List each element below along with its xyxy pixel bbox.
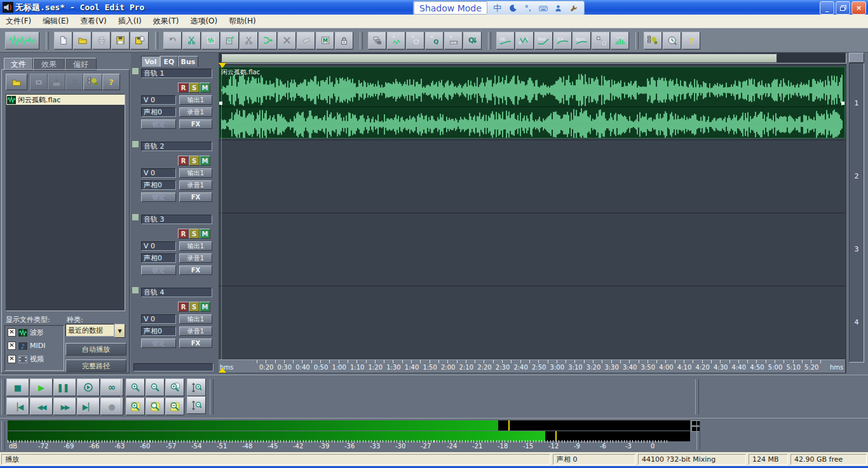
close-file-button[interactable] [30,74,48,90]
mute-button[interactable]: M [200,83,210,93]
menu-item[interactable]: 效果(T) [147,15,185,28]
convert-unique-copy-button[interactable]: M [316,32,334,50]
track-fx-button[interactable]: FX [179,265,212,275]
ime-user-icon[interactable] [552,3,565,14]
help-button[interactable]: ? [682,32,700,50]
track-select-indicator[interactable] [132,68,139,74]
menu-item[interactable]: 选项(O) [184,15,223,28]
full-path-button[interactable]: 完整路径 [65,359,126,372]
track-number-column[interactable]: 1234 [849,63,864,363]
edit-envelopes-button[interactable] [592,32,610,50]
trim-button[interactable] [201,32,220,50]
track-controls-scrollbar[interactable] [133,363,214,371]
menu-item[interactable]: 文件(F) [0,15,37,28]
track-name-field[interactable]: 音轨 1 [141,69,212,78]
zoom-in-button[interactable] [126,378,145,396]
undo-button[interactable] [163,32,182,50]
language-bar[interactable]: Shadow Mode 中°, [413,1,585,15]
track-record-device-button[interactable]: 录音1 [179,180,212,190]
solo-button[interactable]: S [189,83,200,93]
vertical-zoom-in-button[interactable] [187,378,206,396]
playhead-bottom-marker[interactable] [219,368,226,373]
ime-options-wrench-icon[interactable] [567,3,580,14]
track-lock-button[interactable]: 锁定 [141,265,176,275]
minimize-button[interactable]: _ [820,1,834,15]
play-to-end-button[interactable] [77,378,100,396]
new-file-button[interactable] [54,32,72,50]
playhead-line[interactable] [221,63,222,359]
track-volume-field[interactable]: V 0 [141,314,176,324]
track-fx-button[interactable]: FX [179,338,212,348]
zoom-selection-left-button[interactable] [146,398,165,415]
mute-button[interactable]: M [200,156,210,166]
split-button[interactable] [240,32,258,50]
punch-in-button[interactable] [611,32,629,50]
organizer-help-button[interactable]: ? [102,74,120,90]
checkbox-MIDI[interactable]: ✕ [8,342,16,350]
fx-envelope-button[interactable]: FX [553,32,572,50]
rewind-button[interactable]: ◀◀ [30,398,53,415]
solo-button[interactable]: S [189,156,200,166]
pause-button[interactable]: ▌▌ [53,378,76,396]
track-lock-button[interactable]: 锁定 [141,338,176,348]
track-lock-button[interactable]: 锁定 [141,192,176,202]
quick-mix-button[interactable]: *Q [425,32,444,50]
file-list[interactable]: 闲云孤鹤.flac [6,94,125,311]
waveform[interactable] [219,67,844,138]
loop-properties-button[interactable]: * [406,32,424,50]
track-pan-field[interactable]: 声相0 [141,253,176,263]
organizer-options-button[interactable] [83,74,102,90]
mute-button[interactable]: M [200,302,210,312]
ime-fullwidth-moon-icon[interactable] [506,3,519,14]
track-output-button[interactable]: 输出1 [179,314,212,324]
menu-item[interactable]: 编辑(E) [37,15,74,28]
tempo-envelope-button[interactable]: Bpm [573,32,591,50]
menu-item[interactable]: 插入(I) [112,15,147,28]
track-volume-field[interactable]: V 0 [141,241,176,251]
checkbox-视频[interactable]: ✕ [8,355,16,363]
track-2-lane[interactable] [219,140,845,212]
volume-envelope-button[interactable]: dB [496,32,515,50]
session-clock-button[interactable] [663,32,681,50]
menu-item[interactable]: 查看(V) [74,15,112,28]
record-arm-button[interactable]: R [178,156,189,166]
sequence-button[interactable]: Q [463,32,482,50]
track-output-button[interactable]: 输出1 [179,95,212,105]
checkbox-波形[interactable]: ✕ [8,328,16,337]
horizontal-scrollbar-thumb[interactable] [222,54,777,63]
loop-duplicate-button[interactable]: * [387,32,405,50]
mix-paste-button[interactable] [259,32,277,50]
track-record-device-button[interactable]: 录音1 [179,326,212,336]
track-name-field[interactable]: 音轨 3 [141,215,212,224]
solo-button[interactable]: S [189,302,200,312]
tab-effects[interactable]: 效果 [33,58,65,70]
track-output-button[interactable]: 输出1 [179,168,212,178]
cut-button[interactable] [182,32,201,50]
vertical-zoom-out-button[interactable] [187,396,206,414]
snap-to-ruler-button[interactable]: * [444,32,463,50]
ime-keyboard-icon[interactable] [537,3,550,14]
track-fx-button[interactable]: FX [179,192,212,202]
paste-button[interactable] [220,32,239,50]
sort-dropdown[interactable]: 最近的数据 ▼ [65,324,125,337]
insert-into-multitrack-button[interactable] [48,74,65,90]
tab-favorites[interactable]: 偏好 [65,58,97,70]
zoom-selection-right-button[interactable] [165,398,184,415]
play-looped-button[interactable]: ∞ [100,378,123,396]
eraser-button[interactable] [297,32,315,50]
mixer-tab-eq[interactable]: EQ [160,56,178,67]
play-button[interactable]: ▶ [30,378,53,396]
record-arm-button[interactable]: R [178,302,189,312]
open-file-button[interactable] [73,32,92,50]
edit-waveform-view-button[interactable] [5,32,39,50]
stop-button[interactable]: ■ [6,378,29,396]
menu-item[interactable]: 帮助(H) [223,15,261,28]
ime-punctuation-icon[interactable]: °, [522,3,534,14]
zoom-out-button[interactable] [146,378,165,396]
track-fx-button[interactable]: FX [179,119,212,129]
autoplay-button[interactable]: 自动播放 [65,343,126,356]
track-lock-button[interactable]: 锁定 [141,119,176,129]
settings-button[interactable] [644,32,662,50]
file-list-item[interactable]: 闲云孤鹤.flac [6,95,125,105]
track-4-lane[interactable] [219,286,845,358]
